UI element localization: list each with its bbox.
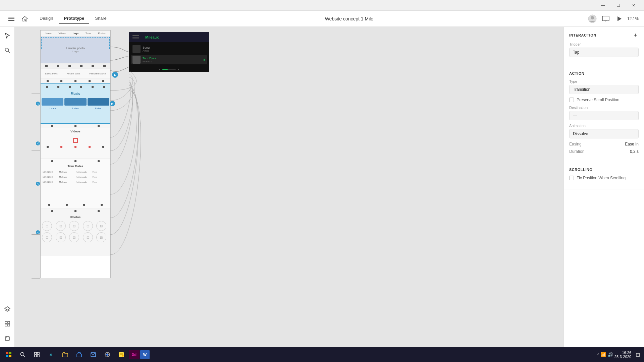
hamburger-menu-icon[interactable]	[5, 13, 17, 25]
duration-value[interactable]: 0,2 s	[630, 149, 639, 154]
canvas: Music Videos Logo Tours Photos Header ph…	[15, 27, 564, 347]
t-node-2	[74, 160, 76, 162]
frame-nav: Music Videos Logo Tours Photos	[41, 31, 110, 37]
tray-network[interactable]: 📶	[600, 352, 606, 357]
photo-circle-3: ⊡	[69, 221, 79, 231]
animation-dropdown[interactable]: Dissolve	[569, 129, 639, 138]
mail-icon[interactable]	[87, 348, 100, 361]
tour-link-1: From	[93, 171, 109, 173]
photo-circle-2: ⊡	[56, 221, 66, 231]
main-right-arrow[interactable]: ▶	[112, 72, 118, 78]
title-bar: — ☐ ✕	[0, 0, 644, 11]
conn-dot-1	[47, 80, 49, 82]
type-dropdown[interactable]: Transition	[569, 85, 639, 94]
close-button[interactable]: ✕	[626, 0, 641, 11]
nav-music: Music	[45, 32, 51, 35]
svg-line-11	[8, 51, 10, 53]
taskbar: e Xd W ^ 📶 🔊 16:26 25-3-2020 ⊟	[0, 347, 644, 362]
progress-bar	[162, 69, 176, 70]
svg-point-35	[106, 354, 108, 356]
progress-fill	[162, 69, 168, 70]
file-explorer-icon[interactable]	[58, 348, 72, 361]
assets-icon[interactable]	[1, 318, 13, 330]
add-interaction-button[interactable]: +	[633, 32, 639, 38]
photo-circle-5: ⊡	[96, 221, 106, 231]
nav-videos: Videos	[59, 32, 66, 35]
pointer-tool-icon[interactable]	[1, 29, 13, 42]
preserve-scroll-checkbox[interactable]	[569, 98, 574, 102]
word-icon[interactable]: W	[140, 350, 150, 359]
tray-expand[interactable]: ^	[597, 353, 599, 357]
tour-left-handle[interactable]: ◁	[36, 182, 40, 186]
maximize-button[interactable]: ☐	[610, 0, 626, 11]
right-arrow-button[interactable]: ▶	[110, 101, 115, 106]
listen-2: Listen	[72, 107, 79, 110]
edge-browser-icon[interactable]: e	[44, 348, 58, 361]
store-icon[interactable]	[72, 348, 86, 361]
task-view-button[interactable]	[30, 348, 44, 361]
left-sidebar	[0, 27, 15, 347]
photo-circle-1: ⊡	[42, 221, 52, 231]
music-card-1	[42, 98, 63, 106]
search-icon[interactable]	[1, 44, 13, 56]
node-4	[80, 65, 83, 67]
pm-node-3	[98, 125, 100, 127]
music-selected-section[interactable]: Music Listen Listen Listen ◁ ▶	[41, 83, 110, 124]
tour-date-1: 15/10/2024	[43, 171, 59, 173]
tour-dates-title: Tour Dates	[41, 164, 110, 169]
animation-label: Animation	[569, 124, 639, 128]
tab-design[interactable]: Design	[35, 13, 58, 24]
tour-venue-2: Melkweg	[59, 176, 75, 178]
device-preview-icon[interactable]	[600, 13, 611, 24]
t-node-1	[51, 160, 53, 162]
start-button[interactable]	[1, 347, 16, 362]
fix-position-checkbox[interactable]	[569, 176, 574, 180]
conn-dot-2	[60, 80, 62, 82]
sticky-notes-icon[interactable]	[115, 348, 128, 361]
svg-point-10	[5, 48, 8, 52]
zoom-level[interactable]: 12.1%	[627, 16, 639, 21]
svg-point-4	[591, 16, 594, 19]
search-taskbar-button[interactable]	[16, 348, 30, 361]
left-drag-handle[interactable]: ◁	[36, 102, 40, 106]
tour-dates-section: Tour Dates 15/10/2024 Melkweg Netherland…	[41, 159, 110, 209]
conn-dot-5	[102, 80, 104, 82]
tour-link-3: From	[93, 181, 109, 183]
trigger-dropdown[interactable]: Tap	[569, 48, 639, 57]
trigger-label: Trigger	[569, 42, 639, 46]
plugins-icon[interactable]	[1, 333, 13, 345]
tour-city-3: Netherlands	[76, 181, 92, 183]
destination-dropdown[interactable]: —	[569, 111, 639, 120]
videos-left-handle[interactable]: ◁	[36, 141, 40, 145]
duration-row: Duration 0,2 s	[569, 149, 639, 154]
player-dot-2	[178, 69, 179, 70]
photos-title: Photos	[41, 215, 110, 220]
player-bar	[129, 67, 209, 72]
preview-artist-name: Mileaux	[145, 35, 206, 39]
tour-date-2: 15/10/2024	[43, 176, 59, 178]
layers-icon[interactable]	[1, 303, 13, 315]
notification-center-button[interactable]: ⊟	[633, 349, 643, 361]
music-listen-row: Listen Listen Listen	[41, 107, 110, 110]
time-display: 16:26	[622, 351, 631, 355]
sub-nav-recent-posts: Recent posts	[67, 72, 80, 75]
interaction-section: INTERACTION + Trigger Tap	[564, 27, 644, 66]
tab-share[interactable]: Share	[90, 13, 111, 24]
chrome-icon[interactable]	[101, 348, 114, 361]
music-card-3	[88, 98, 109, 106]
easing-value[interactable]: Ease In	[625, 142, 639, 146]
right-panel: INTERACTION + Trigger Tap ACTION Type Tr…	[564, 27, 644, 347]
tab-prototype[interactable]: Prototype	[59, 13, 89, 24]
song-thumb-2	[132, 56, 141, 64]
tray-volume[interactable]: 🔊	[607, 352, 613, 357]
play-icon[interactable]	[614, 13, 625, 24]
home-icon[interactable]	[19, 13, 31, 25]
photos-left-handle[interactable]: ◁	[36, 230, 40, 234]
svg-rect-28	[35, 352, 37, 354]
minimize-button[interactable]: —	[595, 0, 610, 11]
tour-row-3: 15/10/2024 Melkweg Netherlands From	[43, 180, 108, 184]
user-avatar[interactable]	[587, 13, 598, 24]
svg-marker-9	[5, 33, 9, 38]
xd-icon[interactable]: Xd	[129, 350, 140, 359]
svg-rect-23	[9, 352, 11, 354]
